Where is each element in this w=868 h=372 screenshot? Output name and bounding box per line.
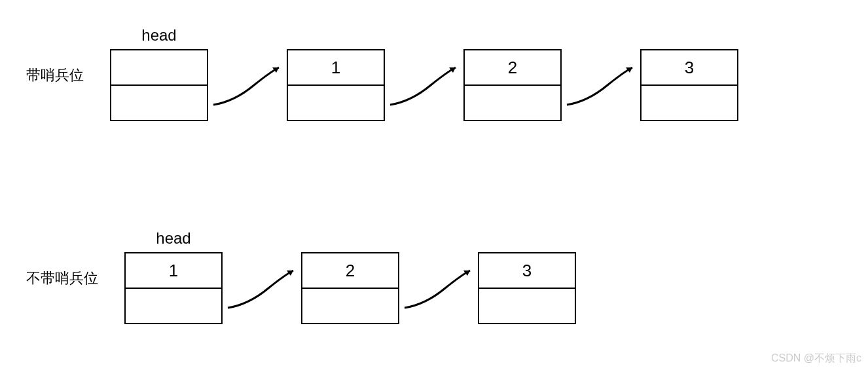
node-next [302,289,398,323]
node-next [111,86,207,120]
linked-list-node: 2 [463,49,562,121]
row1-label: 带哨兵位 [26,65,84,85]
row2-label: 不带哨兵位 [26,269,98,288]
node-next [288,86,384,120]
node-3: 3 [478,252,576,324]
arrow-icon [223,252,301,324]
head-label-1: head [141,26,176,45]
linked-list-node: 2 [301,252,399,324]
head-label-2: head [156,229,190,248]
arrow-icon [208,49,287,121]
linked-list-node [110,49,208,121]
node-next [479,289,575,323]
node-sentinel: head [110,49,208,121]
node-data: 3 [479,253,575,289]
node-1: head 1 [124,252,223,324]
linked-list-node: 1 [287,49,385,121]
node-1: 1 [287,49,385,121]
row-with-sentinel: 带哨兵位 head 1 2 [26,49,738,121]
node-2: 2 [463,49,562,121]
node-data: 2 [465,50,560,86]
node-next [465,86,560,120]
linked-list-node: 3 [640,49,738,121]
node-data: 1 [126,253,221,289]
row-without-sentinel: 不带哨兵位 head 1 2 3 [26,252,576,324]
arrow-icon [562,49,640,121]
node-next [126,289,221,323]
node-data: 2 [302,253,398,289]
linked-list-node: 1 [124,252,223,324]
node-next [642,86,737,120]
node-3: 3 [640,49,738,121]
node-data [111,50,207,86]
arrow-icon [385,49,463,121]
arrow-icon [399,252,478,324]
watermark: CSDN @不烦下雨c [771,352,861,365]
node-2: 2 [301,252,399,324]
node-data: 3 [642,50,737,86]
linked-list-node: 3 [478,252,576,324]
node-data: 1 [288,50,384,86]
